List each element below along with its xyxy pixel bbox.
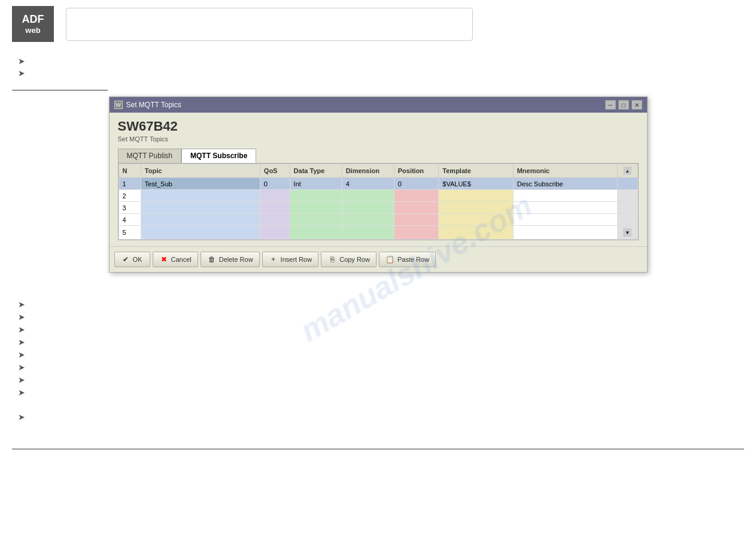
close-button[interactable]: ✕ bbox=[631, 100, 642, 110]
paste-row-button[interactable]: 📋 Paste Row bbox=[379, 252, 436, 267]
table-body: 1Test_Sub0Int40$VALUE$Desc Subscribe2345… bbox=[119, 178, 637, 240]
header-text-box bbox=[66, 8, 473, 41]
row-position[interactable] bbox=[394, 202, 439, 214]
row-mnemonic[interactable]: Desc Subscribe bbox=[513, 178, 617, 190]
bottom-bullet-2: ➤ bbox=[18, 312, 25, 322]
bottom-item-6: ➤ bbox=[18, 362, 738, 372]
buttons-bar: ✔ OK ✖ Cancel 🗑 Delete Row + Insert Row … bbox=[110, 246, 647, 272]
delete-icon: 🗑 bbox=[207, 255, 217, 264]
row-mnemonic[interactable] bbox=[513, 214, 617, 226]
row-mnemonic[interactable] bbox=[513, 202, 617, 214]
row-n[interactable]: 1 bbox=[119, 178, 141, 190]
row-qos[interactable] bbox=[260, 214, 290, 226]
scroll-up-arrow[interactable]: ▲ bbox=[623, 167, 631, 175]
ok-icon: ✔ bbox=[121, 255, 130, 264]
table-row[interactable]: 5▼ bbox=[119, 226, 637, 240]
row-qos[interactable]: 0 bbox=[260, 178, 290, 190]
nav-item-2: ➤ bbox=[18, 68, 738, 78]
tab-mqtt-subscribe[interactable]: MQTT Subscribe bbox=[181, 149, 256, 163]
scroll-col bbox=[617, 202, 637, 214]
delete-label: Delete Row bbox=[219, 256, 253, 263]
row-datatype[interactable] bbox=[290, 226, 342, 240]
row-template[interactable] bbox=[439, 226, 513, 240]
delete-row-button[interactable]: 🗑 Delete Row bbox=[201, 252, 260, 267]
dialog-content: SW67B42 Set MQTT Topics MQTT Publish MQT… bbox=[110, 113, 647, 246]
bottom-item-8: ➤ bbox=[18, 388, 738, 397]
row-mnemonic[interactable] bbox=[513, 190, 617, 202]
row-n[interactable]: 3 bbox=[119, 202, 141, 214]
row-datatype[interactable]: Int bbox=[290, 178, 342, 190]
logo: ADF web bbox=[12, 6, 54, 42]
row-topic[interactable] bbox=[141, 214, 260, 226]
row-position[interactable]: 0 bbox=[394, 178, 439, 190]
insert-row-button[interactable]: + Insert Row bbox=[262, 252, 319, 267]
row-datatype[interactable] bbox=[290, 214, 342, 226]
row-template[interactable]: $VALUE$ bbox=[439, 178, 513, 190]
data-table: N Topic QoS Data Type Dimension Position… bbox=[119, 164, 638, 240]
table-row[interactable]: 3 bbox=[119, 202, 637, 214]
row-datatype[interactable] bbox=[290, 202, 342, 214]
row-dimension[interactable]: 4 bbox=[342, 178, 394, 190]
dialog-title-text: Set MQTT Topics bbox=[126, 101, 181, 109]
bottom-bullet-5: ➤ bbox=[18, 350, 25, 359]
paste-label: Paste Row bbox=[397, 256, 429, 263]
col-header-dimension: Dimension bbox=[342, 164, 394, 178]
row-datatype[interactable] bbox=[290, 190, 342, 202]
copy-label: Copy Row bbox=[339, 256, 370, 263]
row-topic[interactable]: Test_Sub bbox=[141, 178, 260, 190]
tab-mqtt-publish-label: MQTT Publish bbox=[127, 152, 172, 160]
bottom-item-7: ➤ bbox=[18, 375, 738, 385]
copy-row-button[interactable]: ⎘ Copy Row bbox=[321, 252, 377, 267]
dialog-controls[interactable]: ─ □ ✕ bbox=[605, 100, 642, 110]
tab-mqtt-publish[interactable]: MQTT Publish bbox=[118, 149, 181, 163]
table-row[interactable]: 2 bbox=[119, 190, 637, 202]
col-header-datatype: Data Type bbox=[290, 164, 342, 178]
col-header-mnemonic: Mnemonic bbox=[513, 164, 617, 178]
row-qos[interactable] bbox=[260, 202, 290, 214]
row-position[interactable] bbox=[394, 190, 439, 202]
minimize-button[interactable]: ─ bbox=[605, 100, 616, 110]
ok-button[interactable]: ✔ OK bbox=[114, 252, 150, 267]
table-row[interactable]: 4 bbox=[119, 214, 637, 226]
paste-icon: 📋 bbox=[385, 255, 395, 264]
bottom-bullet-1: ➤ bbox=[18, 300, 25, 309]
cancel-icon: ✖ bbox=[159, 255, 169, 264]
table-row[interactable]: 1Test_Sub0Int40$VALUE$Desc Subscribe bbox=[119, 178, 637, 190]
row-n[interactable]: 5 bbox=[119, 226, 141, 240]
col-header-scroll: ▲ bbox=[617, 164, 637, 178]
insert-icon: + bbox=[269, 255, 278, 264]
row-topic[interactable] bbox=[141, 226, 260, 240]
row-dimension[interactable] bbox=[342, 202, 394, 214]
row-n[interactable]: 2 bbox=[119, 190, 141, 202]
nav-item-1: ➤ bbox=[18, 56, 738, 66]
row-topic[interactable] bbox=[141, 190, 260, 202]
app-title: SW67B42 bbox=[118, 119, 639, 134]
tab-mqtt-subscribe-label: MQTT Subscribe bbox=[190, 152, 247, 160]
window-area: W Set MQTT Topics ─ □ ✕ SW67B42 Set MQTT… bbox=[0, 96, 756, 285]
dialog-titlebar: W Set MQTT Topics ─ □ ✕ bbox=[110, 97, 647, 113]
row-position[interactable] bbox=[394, 214, 439, 226]
col-header-position: Position bbox=[394, 164, 439, 178]
row-template[interactable] bbox=[439, 190, 513, 202]
row-dimension[interactable] bbox=[342, 226, 394, 240]
bottom-bullet-4: ➤ bbox=[18, 337, 25, 347]
row-mnemonic[interactable] bbox=[513, 226, 617, 240]
row-template[interactable] bbox=[439, 214, 513, 226]
dialog-app-icon: W bbox=[114, 101, 123, 109]
row-n[interactable]: 4 bbox=[119, 214, 141, 226]
col-header-template: Template bbox=[439, 164, 513, 178]
scroll-col: ▼ bbox=[617, 226, 637, 240]
row-qos[interactable] bbox=[260, 226, 290, 240]
logo-top: ADF bbox=[22, 13, 44, 26]
row-position[interactable] bbox=[394, 226, 439, 240]
table-header-row: N Topic QoS Data Type Dimension Position… bbox=[119, 164, 637, 178]
scroll-down-arrow[interactable]: ▼ bbox=[623, 228, 631, 237]
row-template[interactable] bbox=[439, 202, 513, 214]
row-dimension[interactable] bbox=[342, 190, 394, 202]
maximize-button[interactable]: □ bbox=[618, 100, 629, 110]
row-topic[interactable] bbox=[141, 202, 260, 214]
row-qos[interactable] bbox=[260, 190, 290, 202]
cancel-button[interactable]: ✖ Cancel bbox=[153, 252, 198, 267]
bottom-bullet-3: ➤ bbox=[18, 325, 25, 334]
row-dimension[interactable] bbox=[342, 214, 394, 226]
